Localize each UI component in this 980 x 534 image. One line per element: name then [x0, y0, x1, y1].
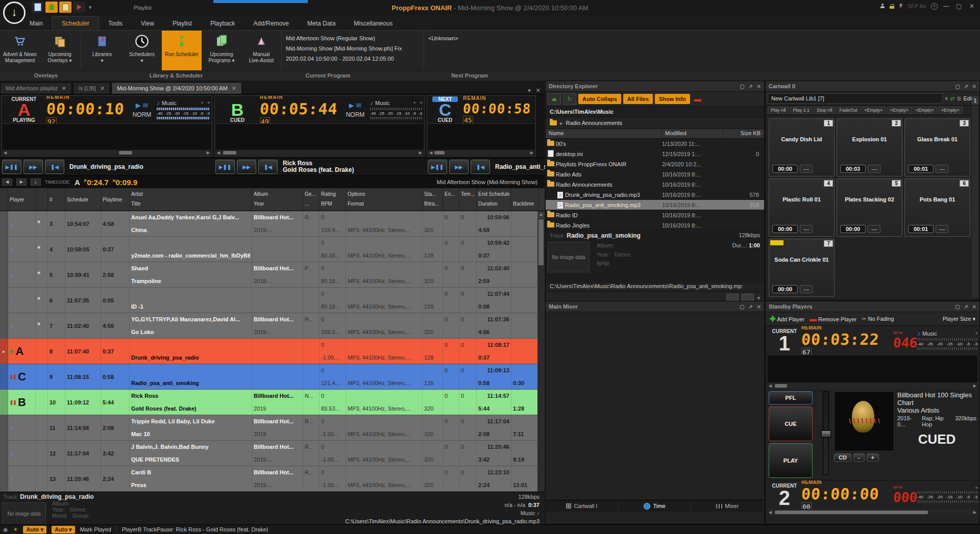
- no-fading-button[interactable]: ✂ No Fading: [862, 316, 894, 322]
- run-scheduler-quick-icon[interactable]: [45, 2, 58, 13]
- table-row[interactable]: ♪1311:20:462:24Cardi BPressBillboard Hot…: [0, 466, 545, 492]
- meter-caret-icon[interactable]: ▾: [975, 331, 977, 336]
- menu-tab-scheduler[interactable]: Scheduler: [52, 16, 99, 30]
- show-info-toggle[interactable]: Show Info: [655, 94, 690, 104]
- col-album-year[interactable]: AlbumYear: [252, 188, 303, 211]
- close-icon[interactable]: ✕: [757, 304, 761, 310]
- player-b-scrollbar[interactable]: ◀▶: [216, 150, 423, 156]
- player-c-scrollbar[interactable]: ◀▶: [428, 150, 534, 156]
- lib-caret-icon[interactable]: ▾: [945, 95, 948, 102]
- tab-cartwall-1[interactable]: Cartwall I: [546, 500, 619, 512]
- pin-icon[interactable]: 📌︎: [964, 84, 969, 89]
- directory-row[interactable]: ♫Radio_psa_anti_smoking.mp310/16/2019 8:…: [546, 200, 764, 210]
- cartwall-control-5[interactable]: <Empty>: [887, 107, 912, 114]
- table-row[interactable]: ♪*510:59:412:58ShaedTrampolineBillboard …: [0, 262, 545, 288]
- all-files-toggle[interactable]: All Files: [623, 94, 653, 104]
- play-next-button[interactable]: ▶▶: [449, 160, 469, 174]
- cartwall-scrollbar[interactable]: [972, 106, 978, 298]
- tabs-caret-icon[interactable]: ▾: [528, 87, 531, 94]
- tabs-close-icon[interactable]: ✕: [536, 87, 541, 94]
- user-icon[interactable]: [880, 4, 885, 9]
- remove-player-button[interactable]: ▬ Remove Player: [810, 315, 856, 323]
- playlist-tab[interactable]: Mid Aftertoon playlist✕: [0, 82, 72, 94]
- timecode-forward-button[interactable]: ▶: [16, 179, 27, 186]
- ribbon-upcoming-programs[interactable]: UpcomingPrograms ▾: [202, 31, 241, 70]
- tab-mixer[interactable]: Mixer: [691, 500, 764, 512]
- player-b-waveform[interactable]: [216, 123, 423, 149]
- tab-close-icon[interactable]: ✕: [232, 83, 236, 94]
- play-button[interactable]: PLAY: [769, 443, 813, 478]
- col-tem[interactable]: Tem...: [459, 188, 477, 211]
- menu-tab-main[interactable]: Main: [20, 17, 52, 30]
- col-artist-title[interactable]: ArtistTitle: [130, 188, 252, 211]
- table-row[interactable]: ❚❚C911:08:150:58Radio_psa_anti_smoking01…: [0, 364, 545, 390]
- cart-dash-button[interactable]: —: [800, 225, 813, 233]
- meter-caret-icon[interactable]: ▾ ▾: [413, 100, 422, 105]
- col-end-duration[interactable]: End ScheduleDuration: [477, 188, 511, 211]
- directory-row[interactable]: Radio Announcements10/16/2019 8:...: [546, 180, 764, 190]
- play-next-button[interactable]: ▶▶: [23, 160, 43, 174]
- cue-button[interactable]: CUE: [769, 406, 813, 441]
- col-backtime[interactable]: Backtime: [511, 188, 539, 211]
- cartwall-control-2[interactable]: Stop All: [814, 107, 836, 114]
- table-row[interactable]: ♪*711:02:404:56YG,GYLTTRYP,Ali Manzanare…: [0, 313, 545, 339]
- table-row[interactable]: ▸▶A811:07:400:37Drunk_driving_psa_radio0…: [0, 339, 545, 364]
- table-row[interactable]: ♪*611:07:350:05ID -1080.18...MP3, 44100H…: [0, 288, 545, 313]
- menu-tab-view[interactable]: View: [132, 17, 163, 30]
- next-program-info[interactable]: <Unknown>: [424, 31, 575, 70]
- tab-time[interactable]: Time: [619, 500, 692, 512]
- col-star[interactable]: [36, 188, 48, 211]
- ribbon-manual-live-assist[interactable]: ManualLive-Assist: [241, 31, 281, 70]
- table-row[interactable]: ♪1211:17:043:42J Balvin,J. Balvin,Bad Bu…: [0, 441, 545, 466]
- playlist-vertical-scrollbar[interactable]: ▲: [537, 211, 545, 492]
- directory-row[interactable]: Playlists ProppFrexx ONAIR2/4/2020 10:2.…: [546, 159, 764, 169]
- tab-close-icon[interactable]: ✕: [62, 83, 66, 94]
- directory-crumb[interactable]: ▸Radio Announcements: [546, 117, 764, 129]
- auto-toggle-2[interactable]: Auto ▾: [52, 526, 75, 533]
- col-sta-bitrate[interactable]: Sta...Bitra...: [423, 188, 443, 211]
- cartwall-list-icon[interactable]: ≣: [957, 95, 961, 102]
- ribbon-upcoming-overlays[interactable]: UpcomingOverlays ▾: [40, 31, 80, 70]
- pin-icon[interactable]: 📌︎: [748, 304, 753, 310]
- cart-5[interactable]: 5Plates Stacking 0200:00—: [837, 179, 902, 237]
- standby2-scrollbar[interactable]: ◀▶: [768, 510, 977, 515]
- col-name[interactable]: Name: [546, 129, 662, 138]
- pitch-plus-button[interactable]: +: [867, 453, 879, 462]
- cart-6[interactable]: 6Pots Bang 0100:01—: [904, 179, 970, 237]
- mic-muted-icon[interactable]: [899, 4, 903, 9]
- menu-tab-metadata[interactable]: Meta Data: [298, 17, 345, 30]
- timecode-back-button[interactable]: ◀: [2, 179, 12, 186]
- meter-caret-icon[interactable]: ▾: [975, 486, 977, 490]
- cart-dash-button[interactable]: —: [936, 165, 948, 173]
- col-number[interactable]: #: [48, 188, 65, 211]
- export-icon[interactable]: ⏏: [548, 93, 561, 105]
- cartwall-control-1[interactable]: Play 1:1: [790, 107, 813, 114]
- directory-path[interactable]: C:\Users\TimAlex\Music: [546, 107, 764, 117]
- col-size[interactable]: Size KB: [723, 129, 764, 138]
- playlist-tab[interactable]: /x [LIB]✕: [73, 82, 110, 94]
- clipboard-icon[interactable]: [59, 2, 71, 13]
- back-to-start-button[interactable]: ❚◀: [45, 160, 64, 174]
- directory-row[interactable]: Radio Jingles10/16/2019 8:...: [546, 220, 764, 231]
- col-options-format[interactable]: OptionsFormat: [346, 188, 423, 211]
- cartwall-control-4[interactable]: <Empty>: [862, 107, 886, 114]
- remove-icon[interactable]: ▬: [694, 95, 701, 103]
- restore-icon[interactable]: ▢: [740, 304, 744, 310]
- menu-tab-playlist[interactable]: Playlist: [163, 17, 201, 30]
- cartwall-control-3[interactable]: FadeOut: [837, 107, 861, 114]
- auto-collaps-toggle[interactable]: Auto Collaps: [578, 94, 621, 104]
- cart-7[interactable]: 7Soda Can Crinkle 0100:00—: [769, 239, 835, 297]
- cd-button[interactable]: CD: [834, 453, 851, 462]
- menu-tab-miscellaneous[interactable]: Miscellaneous: [345, 17, 402, 30]
- cart-1[interactable]: 1Candy Dish Lid00:00—: [769, 118, 835, 176]
- back-to-start-button[interactable]: ❚◀: [258, 160, 278, 174]
- directory-row[interactable]: ♫Drunk_driving_psa_radio.mp310/16/2019 8…: [546, 190, 764, 200]
- table-row[interactable]: ♪*410:59:050:37y2mate.com - radio_commer…: [0, 237, 545, 262]
- onair-lamp-icon[interactable]: ☀: [13, 526, 18, 533]
- close-icon[interactable]: ✕: [972, 84, 976, 89]
- play-next-button[interactable]: ▶▶: [237, 160, 256, 174]
- restore-icon[interactable]: ▢: [740, 84, 744, 89]
- play-pause-button[interactable]: ▶❚❚: [215, 160, 235, 174]
- close-icon[interactable]: ✕: [757, 84, 761, 89]
- player-c-waveform[interactable]: [428, 123, 534, 149]
